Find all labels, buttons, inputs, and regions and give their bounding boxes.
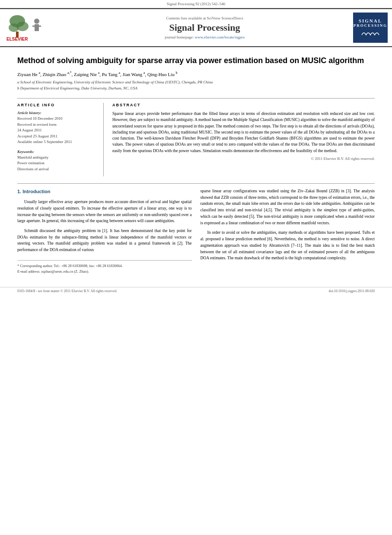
keyword-3: Directions of arrival [17,166,97,172]
citation-bar: Signal Processing 92 (2012) 542–546 [0,0,392,8]
intro-para-3: sparse linear array configurations was s… [201,188,375,226]
received-revised-label: Received in revised form [17,122,97,128]
body-columns: 1. Introduction Usually larger effective… [17,188,375,274]
intro-para-4: In order to avoid or solve the ambiguiti… [201,229,375,261]
doi-text: doi:10.1016/j.sigpro.2011.08.020 [328,289,375,293]
abstract-column: ABSTRACT Sparse linear arrays provide be… [112,103,375,176]
copyright-line: © 2011 Elsevier B.V. All rights reserved… [112,156,375,161]
svg-point-5 [34,19,39,24]
body-left-column: 1. Introduction Usually larger effective… [17,188,192,274]
bottom-bar: 0165-1684/$ - see front matter © 2011 El… [0,287,392,295]
signal-processing-logo: SIGNAL PROCESSING [353,13,388,43]
journal-homepage: journal homepage: www.elsevier.com/locat… [61,35,349,39]
affiliation-a: a School of Electronic Engineering, Univ… [17,80,375,86]
journal-center: Contents lists available at SciVerse Sci… [61,16,349,39]
abstract-heading: ABSTRACT [112,103,375,107]
authors: Ziyuan He a, Zhiqin Zhao a,*, Zaiping Ni… [17,71,375,77]
body-separator [17,183,375,184]
article-info-heading: ARTICLE INFO [17,103,97,107]
available-date: Available online 5 September 2011 [17,139,97,145]
accepted-date: Accepted 25 August 2011 [17,134,97,140]
received-revised-date: 24 August 2011 [17,127,97,134]
keyword-2: Power estimation [17,160,97,166]
svg-text:ELSEVIER: ELSEVIER [6,37,28,41]
intro-para-1: Usually larger effective array aperture … [17,199,192,224]
elsevier-logo: ELSEVIER [4,13,56,43]
keywords-label: Keywords: [17,150,97,154]
svg-rect-6 [35,24,39,31]
article-content: Method of solving ambiguity for sparse a… [0,47,392,283]
svg-point-3 [16,22,29,31]
article-meta-section: ARTICLE INFO Article history: Received 1… [17,98,375,176]
journal-header: ELSEVIER Contents lists available at Sci… [0,8,392,47]
affiliation-b: b Department of Electrical Engineering, … [17,86,375,92]
svg-rect-7 [32,25,36,27]
received-date: Received 10 December 2010 [17,116,97,122]
contents-line: Contents lists available at SciVerse Sci… [61,16,349,20]
body-right-column: sparse linear array configurations was s… [201,188,375,274]
article-info-column: ARTICLE INFO Article history: Received 1… [17,103,104,176]
section-1-title: 1. Introduction [17,188,192,195]
journal-title: Signal Processing [61,22,349,33]
svg-rect-8 [38,25,41,27]
affiliations: a School of Electronic Engineering, Univ… [17,80,375,91]
abstract-text: Sparse linear arrays provide better perf… [112,111,375,154]
footnote-corresponding: * Corresponding author. Tel.: +86 28 618… [17,263,192,269]
footnote-area: * Corresponding author. Tel.: +86 28 618… [17,260,192,274]
issn-text: 0165-1684/$ - see front matter © 2011 El… [17,289,117,293]
footnote-email: E-mail address: zqzhao@uestc.edu.cn (Z. … [17,269,192,274]
keywords-group: Keywords: Manifold ambiguity Power estim… [17,150,97,172]
article-history-label: Article history: [17,111,97,115]
article-history-group: Article history: Received 10 December 20… [17,111,97,145]
article-title: Method of solving ambiguity for sparse a… [17,56,375,66]
intro-para-2: Schmidt discussed the ambiguity problem … [17,228,192,253]
keyword-1: Manifold ambiguity [17,155,97,161]
citation-text: Signal Processing 92 (2012) 542–546 [167,2,226,6]
